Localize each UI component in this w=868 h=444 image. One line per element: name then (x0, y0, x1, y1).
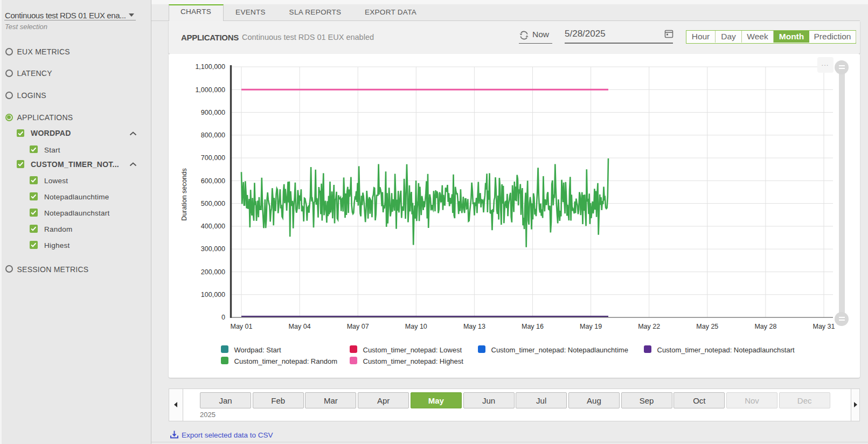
svg-text:May 01: May 01 (230, 323, 252, 330)
svg-text:1,100,000: 1,100,000 (195, 63, 225, 71)
svg-text:700,000: 700,000 (200, 154, 225, 162)
svg-text:May 07: May 07 (346, 323, 369, 330)
svg-text:400,000: 400,000 (200, 223, 225, 230)
svg-text:600,000: 600,000 (200, 177, 225, 185)
svg-text:0: 0 (221, 314, 225, 321)
svg-text:200,000: 200,000 (200, 268, 225, 276)
svg-text:1,000,000: 1,000,000 (195, 86, 225, 94)
svg-text:May 04: May 04 (288, 323, 310, 330)
svg-text:May 16: May 16 (522, 323, 544, 330)
svg-text:May 22: May 22 (638, 323, 660, 330)
svg-text:May 31: May 31 (813, 323, 835, 330)
svg-text:May 10: May 10 (405, 323, 427, 330)
svg-text:May 19: May 19 (580, 323, 602, 330)
svg-text:Duration seconds: Duration seconds (180, 168, 188, 220)
svg-text:May 25: May 25 (696, 323, 718, 330)
svg-text:May 13: May 13 (463, 323, 485, 330)
svg-text:100,000: 100,000 (200, 291, 225, 299)
svg-text:900,000: 900,000 (200, 109, 225, 116)
svg-text:300,000: 300,000 (200, 245, 225, 253)
svg-text:800,000: 800,000 (200, 131, 225, 139)
svg-text:500,000: 500,000 (200, 200, 225, 207)
svg-text:May 28: May 28 (754, 323, 776, 330)
